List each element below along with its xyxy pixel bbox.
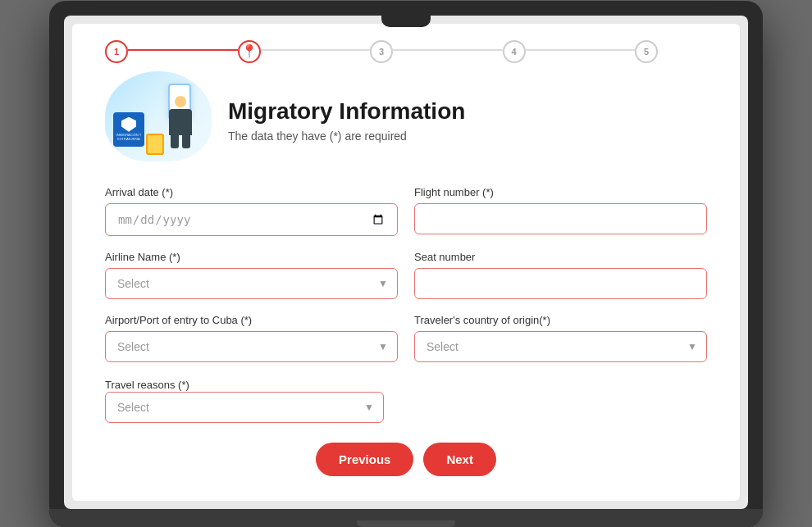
man-head bbox=[175, 96, 186, 107]
illustration: INMIGRACIÓN Y EXTRANJERÍA bbox=[105, 71, 212, 161]
airport-select[interactable]: Select bbox=[105, 331, 398, 362]
seat-number-label: Seat number bbox=[414, 251, 707, 263]
button-row: Previous Next bbox=[105, 443, 707, 476]
seat-number-group: Seat number bbox=[414, 251, 707, 299]
seat-number-input[interactable] bbox=[414, 268, 707, 299]
step-4: 4 bbox=[503, 40, 526, 63]
airport-select-wrapper: Select ▼ bbox=[105, 331, 398, 362]
page-title: Migratory Information bbox=[228, 98, 707, 125]
flight-number-label: Flight number (*) bbox=[414, 186, 707, 198]
step-circle-5: 5 bbox=[635, 40, 658, 63]
flight-number-group: Flight number (*) bbox=[414, 186, 707, 236]
form-row-2: Airline Name (*) Select ▼ Seat number bbox=[105, 251, 707, 299]
country-select[interactable]: Select bbox=[414, 331, 707, 362]
step-2: 📍 bbox=[238, 40, 261, 63]
immigration-badge: INMIGRACIÓN Y EXTRANJERÍA bbox=[113, 112, 144, 147]
step-circle-3: 3 bbox=[370, 40, 393, 63]
luggage-illustration bbox=[146, 134, 164, 155]
step-5: 5 bbox=[635, 40, 658, 63]
airline-select-wrapper: Select ▼ bbox=[105, 268, 398, 299]
form-row-3: Airport/Port of entry to Cuba (*) Select… bbox=[105, 314, 707, 362]
arrival-date-label: Arrival date (*) bbox=[105, 186, 398, 198]
laptop-notch bbox=[381, 16, 431, 27]
airport-label: Airport/Port of entry to Cuba (*) bbox=[105, 314, 398, 326]
step-circle-2: 📍 bbox=[238, 40, 261, 63]
man-illustration bbox=[164, 96, 197, 157]
previous-button[interactable]: Previous bbox=[316, 443, 413, 476]
country-label: Traveler's country of origin(*) bbox=[414, 314, 707, 326]
country-group: Traveler's country of origin(*) Select ▼ bbox=[414, 314, 707, 362]
next-button[interactable]: Next bbox=[423, 443, 496, 476]
laptop-screen: 1 📍 3 4 5 bbox=[64, 16, 748, 509]
travel-reasons-select[interactable]: Select bbox=[105, 392, 384, 423]
connector-2-3 bbox=[261, 49, 371, 51]
stepper: 1 📍 3 4 5 bbox=[105, 40, 707, 63]
travel-reasons-group: Travel reasons (*) Select ▼ bbox=[105, 377, 707, 423]
airport-group: Airport/Port of entry to Cuba (*) Select… bbox=[105, 314, 398, 362]
connector-4-5 bbox=[526, 49, 636, 51]
airline-select[interactable]: Select bbox=[105, 268, 398, 299]
step-1: 1 bbox=[105, 40, 128, 63]
connector-1-2 bbox=[128, 49, 238, 51]
step-circle-1: 1 bbox=[105, 40, 128, 63]
country-select-wrapper: Select ▼ bbox=[414, 331, 707, 362]
flight-number-input[interactable] bbox=[414, 203, 707, 234]
badge-text: INMIGRACIÓN Y EXTRANJERÍA bbox=[113, 134, 144, 142]
connector-3-4 bbox=[393, 49, 503, 51]
arrival-date-input[interactable] bbox=[105, 203, 398, 236]
header-image: INMIGRACIÓN Y EXTRANJERÍA bbox=[105, 71, 212, 170]
title-section: Migratory Information The data they have… bbox=[228, 98, 707, 143]
man-body bbox=[169, 109, 192, 135]
travel-reasons-label: Travel reasons (*) bbox=[105, 379, 189, 391]
airline-name-label: Airline Name (*) bbox=[105, 251, 398, 263]
page-subtitle: The data they have (*) are required bbox=[228, 129, 707, 143]
form-row-1: Arrival date (*) Flight number (*) bbox=[105, 186, 707, 236]
airline-name-group: Airline Name (*) Select ▼ bbox=[105, 251, 398, 299]
shield-icon bbox=[121, 117, 136, 132]
step-circle-4: 4 bbox=[503, 40, 526, 63]
screen-content: 1 📍 3 4 5 bbox=[72, 24, 740, 501]
laptop-base bbox=[49, 509, 763, 527]
travel-reasons-select-wrapper: Select ▼ bbox=[105, 392, 384, 423]
laptop-frame: 1 📍 3 4 5 bbox=[49, 1, 763, 527]
arrival-date-group: Arrival date (*) bbox=[105, 186, 398, 236]
step-3: 3 bbox=[370, 40, 393, 63]
header-section: INMIGRACIÓN Y EXTRANJERÍA Migratory Info… bbox=[105, 71, 707, 170]
